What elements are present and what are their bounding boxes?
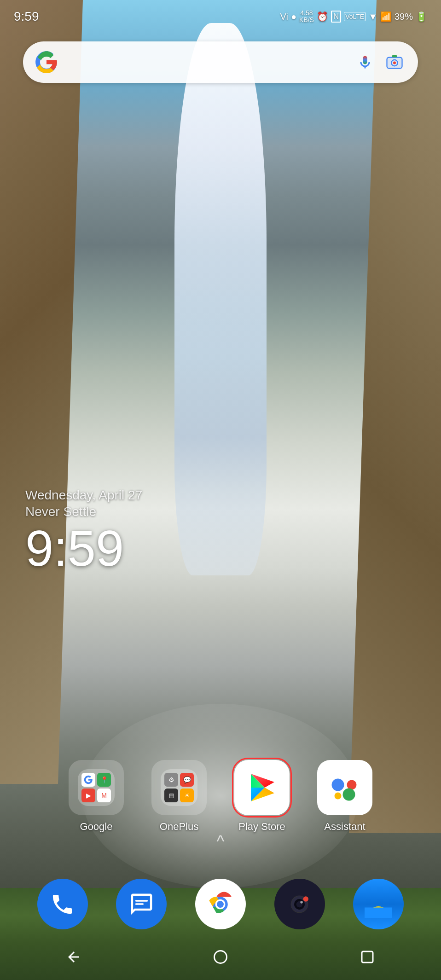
search-bar[interactable] bbox=[23, 41, 418, 83]
recents-button[interactable] bbox=[354, 943, 381, 971]
svg-point-9 bbox=[332, 779, 344, 791]
svg-point-11 bbox=[335, 793, 342, 800]
grid-maps-icon: 📍 bbox=[97, 773, 111, 787]
carrier-icon: Vi bbox=[280, 12, 288, 22]
mic-icon bbox=[357, 54, 373, 70]
assistant-app[interactable]: Assistant bbox=[317, 760, 372, 833]
daylight-icon bbox=[365, 890, 392, 918]
play-store-label: Play Store bbox=[238, 821, 285, 833]
battery-percent: 39% bbox=[395, 12, 413, 22]
bottom-dock bbox=[23, 879, 418, 929]
daylight-dock-icon[interactable] bbox=[353, 879, 404, 929]
messages-dock-icon[interactable] bbox=[116, 879, 167, 929]
dot-icon: ● bbox=[291, 12, 296, 22]
google-folder-grid: 📍 ▶ M bbox=[78, 769, 115, 806]
phone-icon bbox=[50, 892, 75, 917]
svg-point-23 bbox=[303, 896, 308, 901]
svg-rect-25 bbox=[365, 908, 392, 918]
grid-appicon-icon: ▤ bbox=[164, 789, 178, 802]
swipe-up-indicator: ^ bbox=[217, 832, 225, 851]
grid-google-icon bbox=[81, 773, 95, 787]
svg-point-3 bbox=[393, 62, 396, 64]
oneplus-folder-label: OnePlus bbox=[160, 821, 198, 833]
date-time-widget: Wednesday, April 27 Never Settle 9:59 bbox=[25, 488, 142, 574]
voice-search-button[interactable] bbox=[353, 50, 377, 74]
widget-time: 9:59 bbox=[25, 523, 142, 574]
lens-search-button[interactable] bbox=[383, 50, 406, 74]
recents-icon bbox=[359, 949, 376, 965]
svg-rect-14 bbox=[135, 903, 144, 905]
svg-point-22 bbox=[300, 901, 303, 904]
battery-icon: 🔋 bbox=[416, 11, 427, 22]
widget-slogan: Never Settle bbox=[25, 504, 142, 519]
chrome-dock-icon[interactable] bbox=[195, 879, 246, 929]
chrome-icon bbox=[205, 889, 235, 919]
grid-weather-icon: ☀ bbox=[180, 789, 194, 802]
grid-messages-icon: 💬 bbox=[180, 773, 194, 787]
back-icon bbox=[65, 949, 82, 965]
camera-dock-icon[interactable] bbox=[274, 879, 325, 929]
waterfall bbox=[174, 23, 267, 575]
camera-icon bbox=[287, 892, 312, 917]
status-bar: 9:59 Vi ● 4.58KB/S ⏰ N VoLTE ▼ 📶 39% 🔋 bbox=[0, 0, 441, 33]
phone-dock-icon[interactable] bbox=[37, 879, 88, 929]
svg-rect-27 bbox=[362, 951, 373, 963]
oneplus-folder[interactable]: ⚙ 💬 ▤ ☀ OnePlus bbox=[151, 760, 207, 833]
svg-point-17 bbox=[217, 901, 224, 908]
play-store-app[interactable]: Play Store bbox=[234, 760, 290, 833]
system-nav-bar bbox=[0, 934, 441, 980]
grid-gmail-icon: M bbox=[97, 789, 111, 802]
play-store-icon[interactable] bbox=[234, 760, 290, 815]
assistant-label: Assistant bbox=[324, 821, 365, 833]
messages-icon bbox=[129, 892, 154, 917]
alarm-icon: ⏰ bbox=[317, 11, 328, 22]
home-button[interactable] bbox=[207, 943, 234, 971]
status-icons: Vi ● 4.58KB/S ⏰ N VoLTE ▼ 📶 39% 🔋 bbox=[280, 10, 427, 24]
play-store-logo bbox=[245, 771, 279, 804]
assistant-logo bbox=[328, 771, 361, 804]
svg-rect-13 bbox=[135, 900, 148, 901]
app-dock-row: 📍 ▶ M Google ⚙ 💬 ▤ bbox=[0, 760, 441, 833]
svg-rect-4 bbox=[392, 55, 397, 58]
nfc-icon: N bbox=[331, 11, 341, 23]
grid-settings-icon: ⚙ bbox=[164, 773, 178, 787]
volte-icon: VoLTE bbox=[344, 12, 366, 21]
oneplus-folder-icon[interactable]: ⚙ 💬 ▤ ☀ bbox=[151, 760, 207, 815]
google-folder-label: Google bbox=[80, 821, 113, 833]
svg-point-26 bbox=[214, 951, 226, 963]
camera-lens-icon bbox=[386, 54, 403, 70]
oneplus-folder-grid: ⚙ 💬 ▤ ☀ bbox=[161, 769, 197, 806]
widget-date: Wednesday, April 27 bbox=[25, 488, 142, 503]
svg-point-10 bbox=[347, 780, 357, 790]
back-button[interactable] bbox=[60, 943, 87, 971]
google-g-logo bbox=[35, 50, 58, 74]
signal-icon: 📶 bbox=[380, 11, 392, 22]
grid-youtube-icon: ▶ bbox=[81, 789, 95, 802]
google-folder-icon[interactable]: 📍 ▶ M bbox=[69, 760, 124, 815]
swipe-chevron-icon: ^ bbox=[217, 832, 225, 851]
speed-indicator: 4.58KB/S bbox=[299, 10, 314, 24]
home-icon bbox=[212, 949, 229, 965]
status-time: 9:59 bbox=[14, 9, 39, 24]
google-folder[interactable]: 📍 ▶ M Google bbox=[69, 760, 124, 833]
wifi-icon: ▼ bbox=[368, 12, 377, 22]
assistant-icon[interactable] bbox=[317, 760, 372, 815]
svg-point-12 bbox=[343, 789, 355, 801]
